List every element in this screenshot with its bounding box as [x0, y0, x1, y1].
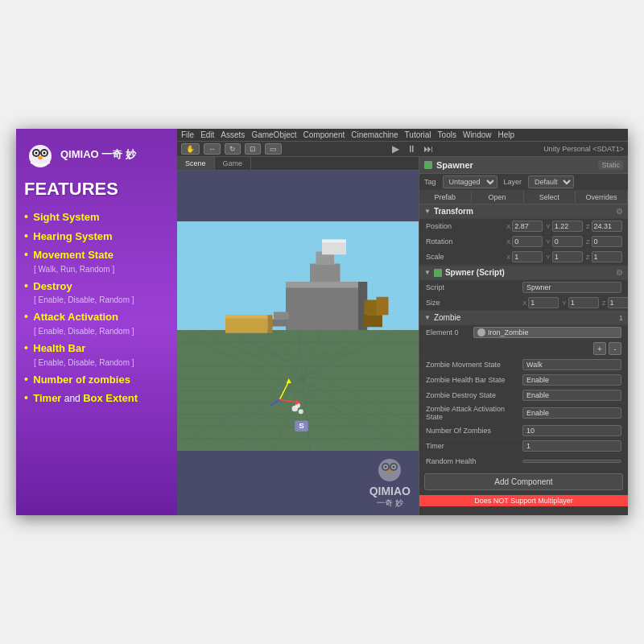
bullet-icon: • — [24, 341, 28, 354]
toolbar-hand[interactable]: ✋ — [181, 143, 200, 155]
menu-component[interactable]: Component — [303, 130, 345, 139]
svg-point-5 — [35, 152, 38, 155]
position-y-input[interactable] — [552, 221, 583, 232]
watermark-qimiao-text: QIMIAO — [369, 485, 411, 497]
add-element-button[interactable]: + — [593, 342, 606, 355]
left-panel: QIMIAO 一奇 妙 FEATURES • Sight System • He… — [16, 129, 177, 515]
movment-state-row: Zombie Movment State Walk — [419, 357, 628, 373]
num-zombies-label: Number Of Zombies — [426, 427, 522, 435]
script-section-header[interactable]: ▼ Spwner (Script) ⚙ — [419, 266, 628, 280]
svg-rect-41 — [268, 315, 273, 333]
personal-label: Unity Personal <SDAT1> — [543, 145, 624, 153]
attack-activation-label: Attack Activation — [33, 311, 118, 323]
menu-assets[interactable]: Assets — [221, 130, 245, 139]
script-section-title: Spwner (Script) — [445, 268, 505, 277]
scale-z-input[interactable] — [592, 251, 622, 262]
size-z-val: Z — [602, 297, 628, 308]
owl-logo-icon — [24, 138, 56, 171]
position-x-input[interactable] — [512, 221, 543, 232]
svg-point-61 — [387, 470, 392, 473]
svg-rect-32 — [310, 264, 341, 283]
rotation-z: Z — [586, 236, 622, 247]
random-health-label: Random Health — [426, 457, 522, 465]
pause-button[interactable]: ⏸ — [407, 143, 416, 155]
feature-destroy: • Destroy [ Enable, Disable, Random ] — [24, 279, 169, 307]
menu-cinemachine[interactable]: Cinemachine — [351, 130, 398, 139]
num-zombies-row: Number Of Zombies 10 — [419, 423, 628, 439]
sx-axis-label: X — [506, 254, 510, 261]
state-rows: Zombie Movment State Walk Zombie Health … — [419, 357, 628, 469]
number-zombies-label: Number of zombies — [33, 374, 130, 386]
toolbar-rotate[interactable]: ↻ — [225, 143, 241, 155]
timer-row: Timer 1 — [419, 439, 628, 454]
unity-main: Scene Game — [177, 157, 628, 515]
svg-rect-34 — [274, 312, 289, 320]
watermark-sub-text: 一奇 妙 — [377, 497, 403, 509]
position-z-input[interactable] — [592, 221, 622, 232]
scene-viewport[interactable]: Scene Game — [177, 157, 419, 515]
size-x-input[interactable] — [528, 297, 559, 308]
script-section: ▼ Spwner (Script) ⚙ Script Spwner Size — [419, 266, 628, 311]
toolbar-rect[interactable]: ▭ — [265, 143, 282, 155]
play-button[interactable]: ▶ — [392, 143, 399, 155]
menu-edit[interactable]: Edit — [200, 130, 214, 139]
size-z-input[interactable] — [608, 297, 628, 308]
menu-window[interactable]: Window — [463, 130, 492, 139]
script-enabled-checkbox[interactable] — [434, 269, 442, 277]
size-values: X Y Z — [522, 297, 628, 308]
scale-y-input[interactable] — [552, 251, 583, 262]
transform-title: Transform — [434, 207, 473, 216]
add-component-button[interactable]: Add Component — [424, 473, 623, 490]
feature-attack: • Attack Activation [ Enable, Disable, R… — [24, 309, 169, 337]
nav-prefab[interactable]: Prefab — [419, 191, 472, 204]
toolbar-scale[interactable]: ⊡ — [245, 143, 261, 155]
svg-point-6 — [43, 152, 46, 155]
nav-open[interactable]: Open — [472, 191, 524, 204]
inspector-panel: Spawner Static Tag Untagged Layer Defaul… — [419, 157, 628, 515]
menu-gameobject[interactable]: GameObject — [251, 130, 296, 139]
position-row: Position X Y — [419, 219, 628, 234]
transform-section: ▼ Transform ⚙ Position X — [419, 204, 628, 265]
script-name-value: Spwner — [522, 282, 621, 293]
svg-point-59 — [385, 466, 387, 469]
movement-state-sub: [ Walk, Run, Random ] — [24, 263, 169, 275]
rx-axis-label: X — [506, 238, 510, 246]
toolbar-move[interactable]: ↔ — [204, 143, 221, 155]
inspector-header: Spawner Static — [419, 157, 628, 174]
remove-element-button[interactable]: - — [609, 342, 621, 355]
destroy-sub: [ Enable, Disable, Random ] — [24, 294, 169, 306]
feature-movement: • Movement State [ Walk, Run, Random ] — [24, 247, 169, 275]
zombie-count: 1 — [619, 314, 623, 322]
unity-area: File Edit Assets GameObject Component Ci… — [177, 129, 628, 515]
outer-container: QIMIAO 一奇 妙 FEATURES • Sight System • He… — [0, 0, 644, 644]
transform-gear-icon[interactable]: ⚙ — [616, 207, 623, 216]
menu-tutorial[interactable]: Tutorial — [405, 130, 431, 139]
menu-tools[interactable]: Tools — [438, 130, 456, 139]
size-x-val: X — [522, 297, 559, 308]
random-health-row: Random Health — [419, 454, 628, 469]
object-enabled-checkbox[interactable] — [424, 161, 432, 169]
movment-state-label: Zombie Movment State — [426, 361, 522, 369]
scale-x-input[interactable] — [512, 251, 543, 262]
bullet-icon: • — [24, 373, 28, 386]
logo-text: QIMIAO 一奇 妙 — [60, 148, 136, 161]
menu-help[interactable]: Help — [498, 130, 515, 139]
nav-overrides[interactable]: Overrides — [576, 191, 628, 204]
transform-header[interactable]: ▼ Transform ⚙ — [419, 204, 628, 219]
tag-dropdown[interactable]: Untagged — [443, 175, 497, 188]
script-gear-icon[interactable]: ⚙ — [616, 268, 623, 277]
rotation-z-input[interactable] — [592, 236, 622, 247]
nav-select[interactable]: Select — [524, 191, 576, 204]
menu-file[interactable]: File — [181, 130, 194, 139]
watermark: QIMIAO 一奇 妙 — [369, 452, 411, 509]
rotation-x-input[interactable] — [512, 236, 543, 247]
layer-dropdown[interactable]: Default — [528, 175, 574, 188]
svg-rect-40 — [225, 315, 268, 319]
step-button[interactable]: ⏭ — [423, 143, 433, 155]
destroy-state-value: Enable — [522, 390, 621, 401]
zombie-header[interactable]: ▼ Zombie 1 — [419, 311, 628, 325]
size-y-input[interactable] — [568, 297, 599, 308]
tag-layer-row: Tag Untagged Layer Default — [419, 174, 628, 191]
rotation-y-input[interactable] — [552, 236, 583, 247]
sight-system-label: Sight System — [33, 211, 99, 223]
